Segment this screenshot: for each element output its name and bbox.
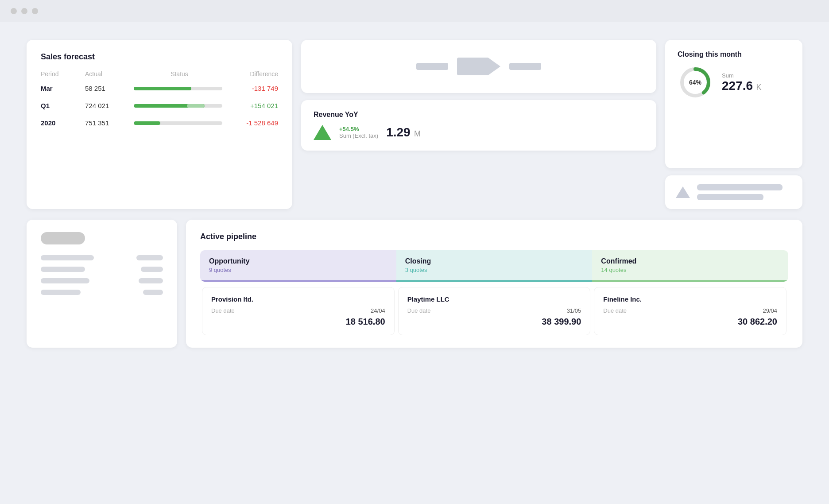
window-dot-1	[11, 8, 17, 14]
arrow-vis-head	[488, 58, 500, 75]
donut-chart: 64%	[678, 65, 713, 100]
item-due-row-fineline: Due date 29/04	[603, 307, 777, 314]
closing-title: Closing this month	[678, 50, 790, 58]
right-line-2	[697, 194, 763, 200]
bottom-row: Active pipeline Opportunity 9 quotes Clo…	[27, 220, 802, 348]
forecast-header: Period Actual Status Difference	[41, 70, 278, 78]
item-due-row-provision: Due date 24/04	[211, 307, 385, 314]
title-bar	[0, 0, 829, 22]
closing-sum-label: Sum	[722, 72, 762, 79]
closing-values: Sum 227.6 K	[722, 72, 762, 93]
bar-q1	[134, 104, 222, 108]
closing-sum-group: 227.6 K	[722, 79, 762, 93]
closing-sum-unit: K	[756, 83, 762, 92]
arrow-vis	[457, 58, 500, 75]
header-period: Period	[41, 70, 85, 78]
due-label-provision: Due date	[211, 307, 235, 314]
amount-playtime: 38 399.90	[407, 317, 581, 327]
placeholder-line-row-2	[41, 267, 163, 272]
left-placeholder-card	[27, 220, 177, 348]
bar-mar	[134, 87, 222, 90]
col-stage-confirmed: Confirmed	[601, 257, 779, 265]
pipeline-vis-bar-left	[416, 63, 448, 70]
line-right-4	[143, 290, 163, 295]
col-stage-opportunity: Opportunity	[209, 257, 387, 265]
pipeline-item-fineline[interactable]: Fineline Inc. Due date 29/04 30 862.20	[594, 287, 786, 335]
forecast-row-q1: Q1 724 021 +154 021	[41, 102, 278, 109]
period-q1: Q1	[41, 102, 85, 109]
pipeline-col-confirmed: Confirmed 14 quotes	[592, 250, 788, 282]
dashboard: Sales forecast Period Actual Status Diff…	[0, 22, 829, 365]
revenue-value-group: 1.29 M	[386, 125, 421, 140]
due-date-fineline: 29/04	[763, 307, 777, 314]
header-actual: Actual	[85, 70, 134, 78]
placeholder-lines	[41, 255, 163, 295]
pipeline-item-playtime[interactable]: Playtime LLC Due date 31/05 38 399.90	[398, 287, 591, 335]
line-right-2	[141, 267, 163, 272]
right-visual-placeholder	[665, 175, 802, 209]
header-difference: Difference	[225, 70, 278, 78]
line-left-2	[41, 267, 85, 272]
item-company-provision: Provision ltd.	[211, 295, 385, 303]
revenue-yoy-card: Revenue YoY +54.5% Sum (Excl. tax) 1.29 …	[301, 100, 656, 151]
line-left-1	[41, 255, 94, 260]
forecast-table: Period Actual Status Difference Mar 58 2…	[41, 70, 278, 127]
actual-mar: 58 251	[85, 85, 134, 92]
period-mar: Mar	[41, 85, 85, 92]
arrow-vis-body	[457, 58, 488, 75]
diff-q1: +154 021	[225, 102, 278, 109]
header-status: Status	[134, 70, 225, 78]
sales-forecast-card: Sales forecast Period Actual Status Diff…	[27, 40, 292, 209]
due-date-playtime: 31/05	[567, 307, 581, 314]
pipeline-vis-bar-right	[509, 63, 541, 70]
right-line-1	[697, 184, 783, 190]
col-quotes-confirmed: 14 quotes	[601, 267, 779, 273]
donut-pct: 64%	[689, 79, 701, 86]
col-stage-closing: Closing	[405, 257, 584, 265]
revenue-stats: +54.5% Sum (Excl. tax)	[339, 126, 378, 139]
pipeline-visual-card	[301, 40, 656, 93]
pipeline-column-headers: Opportunity 9 quotes Closing 3 quotes Co…	[200, 250, 788, 282]
placeholder-line-row-1	[41, 255, 163, 260]
line-left-3	[41, 278, 89, 283]
diff-2020: -1 528 649	[225, 119, 278, 127]
placeholder-pill	[41, 232, 85, 244]
pipeline-items: Provision ltd. Due date 24/04 18 516.80 …	[200, 287, 788, 335]
top-row-right: Closing this month 64% Sum 227.6	[665, 40, 802, 209]
line-right-1	[136, 255, 163, 260]
triangle-placeholder-icon	[676, 186, 690, 198]
top-row: Sales forecast Period Actual Status Diff…	[27, 40, 802, 209]
diff-mar: -131 749	[225, 85, 278, 92]
top-row-middle: Revenue YoY +54.5% Sum (Excl. tax) 1.29 …	[301, 40, 656, 209]
closing-sum-value: 227.6	[722, 79, 753, 93]
item-due-row-playtime: Due date 31/05	[407, 307, 581, 314]
closing-content: 64% Sum 227.6 K	[678, 65, 790, 100]
amount-fineline: 30 862.20	[603, 317, 777, 327]
pipeline-col-opportunity: Opportunity 9 quotes	[200, 250, 396, 282]
placeholder-line-row-4	[41, 290, 163, 295]
closing-this-month-card: Closing this month 64% Sum 227.6	[665, 40, 802, 168]
amount-provision: 18 516.80	[211, 317, 385, 327]
due-date-provision: 24/04	[371, 307, 385, 314]
window-dot-3	[32, 8, 38, 14]
active-pipeline-card: Active pipeline Opportunity 9 quotes Clo…	[186, 220, 802, 348]
period-2020: 2020	[41, 119, 85, 127]
revenue-unit: M	[414, 129, 421, 138]
placeholder-line-row-3	[41, 278, 163, 283]
actual-q1: 724 021	[85, 102, 134, 109]
right-visual-lines	[697, 184, 792, 200]
forecast-row-2020: 2020 751 351 -1 528 649	[41, 119, 278, 127]
pipeline-item-provision[interactable]: Provision ltd. Due date 24/04 18 516.80	[202, 287, 395, 335]
line-left-4	[41, 290, 81, 295]
revenue-content: +54.5% Sum (Excl. tax) 1.29 M	[314, 125, 644, 140]
sales-forecast-title: Sales forecast	[41, 52, 278, 62]
actual-2020: 751 351	[85, 119, 134, 127]
item-company-playtime: Playtime LLC	[407, 295, 581, 303]
revenue-label: Sum (Excl. tax)	[339, 132, 378, 139]
due-label-playtime: Due date	[407, 307, 431, 314]
col-quotes-closing: 3 quotes	[405, 267, 584, 273]
revenue-pct: +54.5%	[339, 126, 378, 132]
pipeline-title: Active pipeline	[200, 232, 788, 241]
window-dot-2	[21, 8, 27, 14]
line-right-3	[139, 278, 163, 283]
